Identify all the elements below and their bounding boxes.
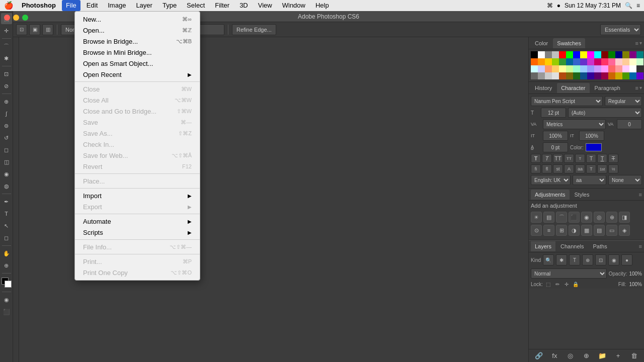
menu-3d[interactable]: 3D [235, 0, 252, 11]
menu-file[interactable]: File [62, 0, 80, 11]
menu-print: Print... ⌘P [75, 256, 200, 267]
menu-image[interactable]: Image [104, 0, 130, 11]
app-name[interactable]: Photoshop [18, 0, 60, 11]
menubar: 🍎 Photoshop File Edit Image Layer Type S… [0, 0, 644, 11]
separator-4 [75, 214, 200, 214]
menu-close-all-shortcut: ⌥⌘W [175, 97, 192, 104]
menu-close-bridge-label: Close and Go to Bridge... [83, 108, 156, 115]
menu-file-info: File Info... ⌥⇧⌘— [75, 241, 200, 252]
menu-save: Save ⌘— [75, 117, 200, 128]
menu-check-in: Check In... [75, 139, 200, 150]
menu-export: Export ▶ [75, 201, 200, 212]
file-menu: New... ⌘∞ Open... ⌘ℤ Browse in Bridge...… [74, 11, 200, 281]
menu-export-label: Export [83, 203, 102, 211]
menu-file-info-shortcut: ⌥⇧⌘— [170, 244, 192, 250]
menu-scripts-label: Scripts [83, 229, 103, 236]
menu-place: Place... [75, 175, 200, 187]
menu-open[interactable]: Open... ⌘ℤ [75, 25, 200, 36]
menu-save-as: Save As... ⇧⌘Z [75, 128, 200, 139]
menu-open-label: Open... [83, 27, 105, 34]
separator-5 [75, 239, 200, 240]
menu-browse-bridge-shortcut: ⌥⌘B [176, 38, 192, 45]
menu-close-label: Close [83, 85, 100, 93]
separator-1 [75, 81, 200, 82]
menu-help[interactable]: Help [311, 0, 333, 11]
menu-check-in-label: Check In... [83, 141, 114, 148]
separator-3 [75, 188, 200, 189]
menu-close-all-label: Close All [83, 97, 109, 104]
menu-save-label: Save [83, 119, 98, 126]
separator-2 [75, 173, 200, 174]
menu-layer[interactable]: Layer [132, 0, 156, 11]
menu-open-recent[interactable]: Open Recent ▶ [75, 69, 200, 80]
menu-print-label: Print... [83, 258, 102, 265]
menu-view[interactable]: View [254, 0, 276, 11]
menu-import-label: Import [83, 192, 102, 200]
menu-new-shortcut: ⌘∞ [182, 16, 192, 23]
menu-save-web-label: Save for Web... [83, 152, 128, 159]
menu-automate-label: Automate [83, 218, 111, 225]
menu-open-shortcut: ⌘ℤ [182, 27, 192, 34]
menu-close-bridge: Close and Go to Bridge... ⇧⌘W [75, 106, 200, 117]
menu-browse-bridge[interactable]: Browse in Bridge... ⌥⌘B [75, 36, 200, 47]
menu-revert: Revert F12 [75, 161, 200, 172]
menu-save-shortcut: ⌘— [181, 119, 192, 126]
menu-edit[interactable]: Edit [83, 0, 102, 11]
menu-open-smart[interactable]: Open as Smart Object... [75, 58, 200, 69]
scripts-arrow: ▶ [188, 230, 192, 235]
menu-print-one: Print One Copy ⌥⇧⌘O [75, 267, 200, 278]
bluetooth-icon: ⌘ [547, 2, 553, 9]
menu-select[interactable]: Select [183, 0, 209, 11]
separator-6 [75, 254, 200, 254]
menu-revert-label: Revert [83, 163, 102, 170]
menu-scripts[interactable]: Scripts ▶ [75, 227, 200, 238]
menu-close: Close ⌘W [75, 83, 200, 95]
import-arrow: ▶ [188, 193, 192, 199]
automate-arrow: ▶ [188, 219, 192, 224]
wifi-icon: ● [557, 2, 560, 9]
menubar-right: ⌘ ● Sun 12 May 7:31 PM 🔍 ≡ [547, 2, 640, 9]
menu-browse-mini-label: Browse in Mini Bridge... [83, 49, 152, 56]
menu-type[interactable]: Type [158, 0, 181, 11]
search-icon[interactable]: 🔍 [625, 2, 632, 9]
menu-place-label: Place... [83, 177, 105, 185]
menu-close-shortcut: ⌘W [181, 86, 192, 93]
menu-save-web-shortcut: ⌥⇧⌘Å [172, 152, 192, 159]
menu-save-web: Save for Web... ⌥⇧⌘Å [75, 150, 200, 161]
controls-icon[interactable]: ≡ [636, 2, 640, 9]
menu-browse-bridge-label: Browse in Bridge... [83, 38, 138, 45]
menu-browse-mini[interactable]: Browse in Mini Bridge... [75, 47, 200, 58]
menu-new-label: New... [83, 16, 101, 23]
menu-import[interactable]: Import ▶ [75, 190, 200, 201]
menu-revert-shortcut: F12 [182, 163, 192, 169]
menu-open-smart-label: Open as Smart Object... [83, 60, 153, 67]
export-arrow: ▶ [188, 204, 192, 210]
menu-print-one-shortcut: ⌥⇧⌘O [171, 269, 192, 276]
menu-file-info-label: File Info... [83, 243, 112, 251]
menu-close-all: Close All ⌥⌘W [75, 95, 200, 106]
menu-save-as-label: Save As... [83, 130, 113, 137]
menu-close-bridge-shortcut: ⇧⌘W [177, 108, 192, 115]
time-display: Sun 12 May 7:31 PM [565, 2, 621, 9]
menu-print-shortcut: ⌘P [183, 258, 192, 265]
menu-open-recent-label: Open Recent [83, 71, 122, 78]
menu-save-as-shortcut: ⇧⌘Z [178, 130, 192, 137]
open-recent-arrow: ▶ [188, 72, 192, 77]
menu-new[interactable]: New... ⌘∞ [75, 14, 200, 25]
menu-filter[interactable]: Filter [211, 0, 233, 11]
apple-menu[interactable]: 🍎 [4, 1, 14, 10]
menu-automate[interactable]: Automate ▶ [75, 216, 200, 227]
menu-print-one-label: Print One Copy [83, 269, 128, 277]
menu-window[interactable]: Window [278, 0, 309, 11]
